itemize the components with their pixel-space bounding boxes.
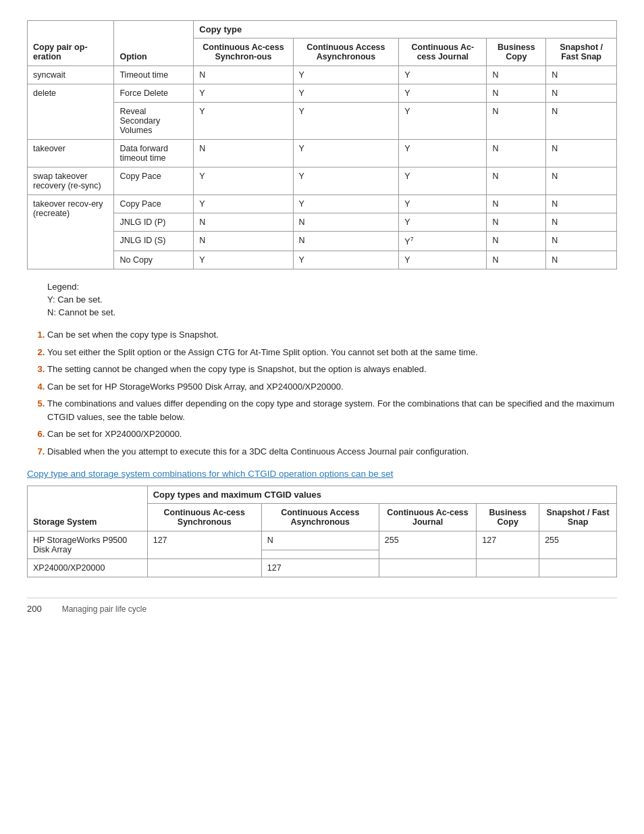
- col-t2-snapshot: Snapshot / Fast Snap: [539, 504, 617, 531]
- col-snapshot: Snapshot / Fast Snap: [546, 38, 617, 66]
- table-row: swap takeover recovery (re-sync) Copy Pa…: [28, 167, 617, 195]
- col-ca-sync: Continuous Ac-cess Synchron-ous: [194, 38, 293, 66]
- col-t2-ca-async: Continuous Access Asynchronous: [261, 504, 379, 531]
- table-row: delete Force Delete Y Y Y N N: [28, 84, 617, 103]
- col-t2-business-copy: Business Copy: [477, 504, 539, 531]
- table-row: syncwait Timeout time N Y Y N N: [28, 66, 617, 84]
- col-t2-ca-journal: Continuous Ac-cess Journal: [379, 504, 476, 531]
- list-item: You set either the Split option or the A…: [47, 346, 617, 359]
- col-ca-async: Continuous Access Asynchronous: [293, 38, 399, 66]
- legend-n: N: Cannot be set.: [47, 307, 617, 317]
- section-link[interactable]: Copy type and storage system combination…: [27, 469, 617, 479]
- ctgid-table: Storage System Copy types and maximum CT…: [27, 486, 617, 577]
- col-t2-ca-sync: Continuous Ac-cess Synchronous: [147, 504, 261, 531]
- list-item: Can be set for HP StorageWorks P9500 Dis…: [47, 380, 617, 394]
- legend-title: Legend:: [47, 282, 617, 292]
- list-item: The setting cannot be changed when the c…: [47, 363, 617, 376]
- table-row: XP24000/XP20000 127: [28, 559, 617, 577]
- table-row: takeover recov-ery (recreate) Copy Pace …: [28, 195, 617, 213]
- col-copy-pair-operation: Copy pair op-eration: [28, 21, 114, 66]
- list-item: Can be set when the copy type is Snapsho…: [47, 328, 617, 342]
- table-row: No Copy Y Y Y N N: [28, 251, 617, 269]
- table-row: HP StorageWorks P9500 Disk Array 127 N 2…: [28, 531, 617, 550]
- table-row: takeover Data forward timeout time N Y Y…: [28, 140, 617, 167]
- footer: 200 Managing pair life cycle: [27, 598, 617, 614]
- col-storage-system: Storage System: [28, 486, 148, 531]
- table-row: Reveal Secondary Volumes Y Y Y N N: [28, 103, 617, 140]
- table-row: JNLG ID (S) N N Y7 N N: [28, 232, 617, 251]
- legend-y: Y: Can be set.: [47, 294, 617, 305]
- col-option: Option: [114, 21, 194, 66]
- page-label: Managing pair life cycle: [62, 604, 146, 614]
- col-ca-journal: Continuous Ac-cess Journal: [399, 38, 487, 66]
- page-number: 200: [27, 604, 42, 614]
- copy-pair-options-table: Copy pair op-eration Option Copy type Co…: [27, 20, 617, 269]
- list-item: The combinations and values differ depen…: [47, 397, 617, 423]
- ctgid-header: Copy types and maximum CTGID values: [147, 486, 616, 504]
- table-row: JNLG ID (P) N N Y N N: [28, 213, 617, 232]
- copy-type-header: Copy type: [194, 21, 617, 38]
- col-business-copy: Business Copy: [487, 38, 546, 66]
- legend-section: Legend: Y: Can be set. N: Cannot be set.: [47, 282, 617, 317]
- list-item: Can be set for XP24000/XP20000.: [47, 427, 617, 441]
- list-item: Disabled when the you attempt to execute…: [47, 445, 617, 459]
- numbered-list: Can be set when the copy type is Snapsho…: [47, 328, 617, 458]
